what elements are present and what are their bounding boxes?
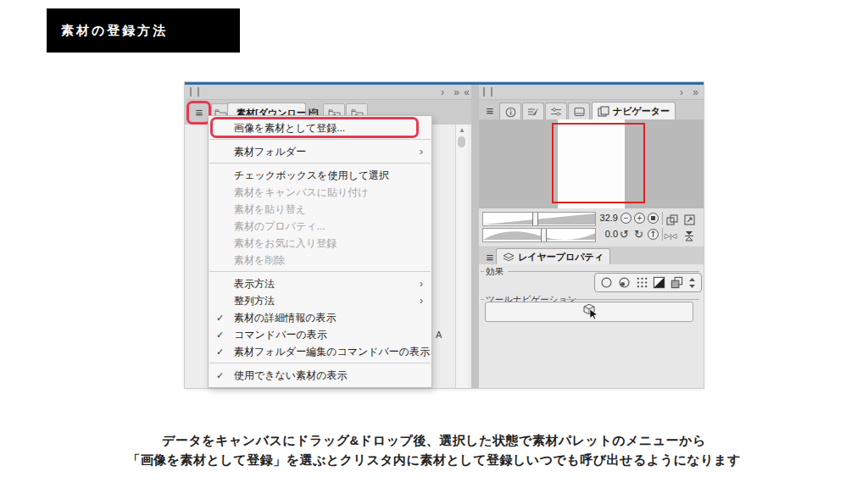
material-list-scrollbar[interactable]: ▲ — [455, 125, 468, 388]
flip-horizontal-icon[interactable]: ▷|◁ — [665, 230, 676, 242]
tab-layer-property[interactable]: レイヤープロパティ — [496, 248, 610, 265]
menu-item-paste-to-canvas: 素材をキャンバスに貼り付け — [209, 184, 431, 201]
drag-grip-icon[interactable] — [190, 87, 199, 97]
tab-label: ナビゲーター — [613, 105, 670, 118]
rotate-cw-icon[interactable]: ↻ — [634, 229, 643, 241]
group-line — [481, 299, 484, 300]
tone-icon[interactable] — [618, 276, 631, 289]
chevron-right-icon[interactable]: › — [441, 87, 444, 97]
group-line — [481, 271, 484, 272]
extract-line-icon[interactable] — [653, 276, 665, 289]
menu-item-show-detail-info[interactable]: ✓素材の詳細情報の表示 — [209, 309, 431, 326]
zoom-reset-button[interactable] — [648, 213, 659, 224]
zoom-slider-thumb[interactable] — [532, 212, 538, 226]
menu-item-checkbox-select[interactable]: チェックボックスを使用して選択 — [209, 167, 431, 184]
submenu-arrow-icon: › — [420, 275, 423, 292]
app-screenshot: › » « ≡ 素材[ダウンロード] — [185, 82, 704, 388]
tab-navigator[interactable]: ナビゲーター — [592, 102, 676, 119]
fit-screen-button[interactable] — [665, 211, 679, 229]
effect-group-label: 効果 — [486, 266, 504, 278]
menu-item-add-favorite: 素材をお気に入り登録 — [209, 235, 431, 252]
view-area-rect[interactable] — [552, 123, 645, 203]
navigator-preview[interactable] — [479, 119, 704, 209]
layer-color-icon[interactable] — [670, 276, 683, 289]
layer-stack-icon — [503, 252, 515, 263]
actual-size-button[interactable] — [682, 211, 696, 229]
pen-lines-icon — [527, 107, 539, 117]
zoom-in-button[interactable]: + — [634, 213, 645, 224]
square-icon — [651, 216, 655, 220]
menu-item-display-method[interactable]: 表示方法› — [209, 275, 431, 292]
right-dock: › » ≡ — [479, 85, 704, 388]
check-icon: ✓ — [216, 326, 224, 343]
menu-separator — [209, 163, 431, 164]
tab-label: レイヤープロパティ — [518, 251, 604, 263]
chevron-right-icon[interactable]: › — [680, 87, 683, 97]
check-icon: ✓ — [216, 343, 224, 360]
check-icon: ✓ — [216, 367, 224, 384]
flip-vertical-button[interactable] — [683, 227, 695, 245]
divider — [662, 212, 663, 225]
menu-item-material-property: 素材のプロパティ... — [209, 218, 431, 235]
menu-item-sort-method[interactable]: 整列方法› — [209, 292, 431, 309]
submenu-arrow-icon: › — [420, 292, 423, 309]
navigator-titlebar: › » — [479, 85, 704, 100]
spinner-arrows-icon[interactable] — [688, 277, 696, 289]
halftone-dots-icon[interactable] — [636, 276, 648, 289]
menu-separator — [209, 139, 431, 140]
chevrons-right-icon[interactable]: » — [693, 87, 698, 97]
tab-history[interactable] — [568, 103, 590, 120]
menu-item-register-image[interactable]: 画像を素材として登録... — [209, 119, 431, 136]
menu-item-show-unusable[interactable]: ✓使用できない素材の表示 — [209, 367, 431, 384]
palette-menu-button[interactable]: ≡ — [192, 103, 207, 121]
rotation-slider[interactable] — [482, 228, 596, 242]
caption-line-2: 「画像を素材として登録」を選ぶとクリスタ内に素材として登録しいつでも呼び出せるよ… — [0, 450, 868, 469]
rotation-wave-icon — [483, 229, 595, 241]
zoom-value: 32.9 — [594, 213, 618, 223]
zoom-out-button[interactable]: − — [620, 213, 632, 224]
chevrons-left-icon[interactable]: « — [464, 87, 470, 97]
chevrons-right-icon[interactable]: » — [453, 87, 459, 97]
material-item-label: A — [436, 330, 442, 340]
page-title: 素材の登録方法 — [47, 8, 240, 53]
flip-vertical-icon — [684, 230, 694, 242]
border-effect-icon[interactable] — [600, 276, 613, 289]
frame-icon — [574, 107, 585, 117]
drag-grip-icon[interactable] — [483, 87, 492, 97]
menu-item-show-command-bar[interactable]: ✓コマンドバーの表示 — [209, 326, 431, 343]
group-line — [508, 271, 699, 272]
check-icon: ✓ — [216, 309, 224, 326]
zoom-slider[interactable] — [482, 212, 596, 226]
layer-property-header: ≡ レイヤープロパティ — [479, 247, 704, 265]
rotate-ccw-icon[interactable]: ↺ — [620, 229, 629, 241]
layer-property-body: 効果 — [479, 264, 704, 388]
scroll-up-icon[interactable]: ▲ — [459, 126, 465, 134]
hamburger-icon: ≡ — [196, 106, 203, 119]
caption: データをキャンバスにドラッグ&ドロップ後、選択した状態で素材パレットのメニューか… — [0, 430, 868, 469]
tab-item-bank[interactable] — [545, 103, 567, 120]
zoom-wedge-icon — [483, 213, 595, 225]
layer-property-menu-button[interactable]: ≡ — [483, 248, 497, 266]
fit-screen-icon — [666, 214, 678, 225]
tool-navigation-button[interactable] — [485, 302, 693, 322]
menu-item-material-folder[interactable]: 素材フォルダー› — [209, 143, 431, 160]
title-banner: 素材の登録方法 — [47, 8, 240, 53]
material-palette: › » « ≡ 素材[ダウンロード] — [185, 85, 471, 388]
actual-size-icon — [684, 214, 695, 225]
tab-subview[interactable] — [522, 103, 544, 120]
group-line — [565, 299, 699, 300]
divider — [662, 228, 663, 241]
rotation-slider-thumb[interactable] — [541, 228, 547, 242]
navigator-icon — [598, 106, 609, 117]
submenu-arrow-icon: › — [420, 143, 423, 160]
effect-buttons-box — [594, 273, 702, 292]
dock-menu-button[interactable]: ≡ — [483, 102, 497, 119]
rotation-value: 0.0 — [594, 229, 618, 239]
tab-info[interactable] — [499, 103, 521, 120]
reset-rotation-button[interactable] — [648, 229, 659, 240]
menu-item-delete-material: 素材を削除 — [209, 252, 431, 269]
palette-menu-popup: 画像を素材として登録... 素材フォルダー› チェックボックスを使用して選択 素… — [208, 115, 432, 388]
menu-separator — [209, 271, 431, 272]
scrollbar-thumb[interactable] — [458, 136, 465, 147]
menu-item-show-folder-edit-bar[interactable]: ✓素材フォルダー編集のコマンドバーの表示 — [209, 343, 431, 360]
